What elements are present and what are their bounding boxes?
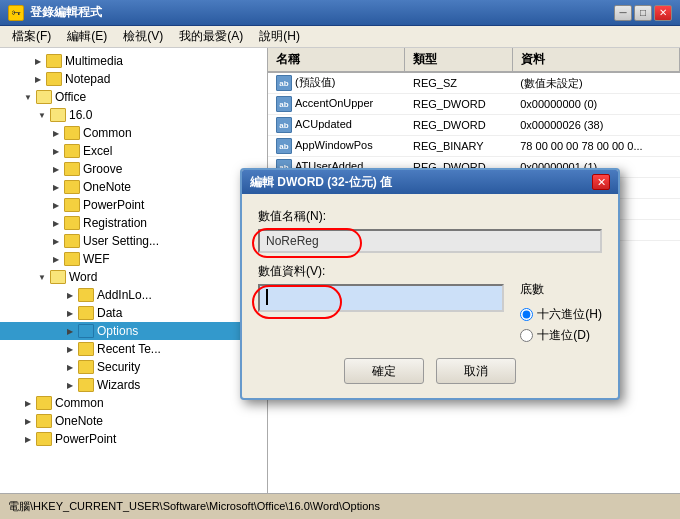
dialog-body: 數值名稱(N): 數值資料(V): 底數 十六進位(H): [242, 194, 618, 398]
radio-hex[interactable]: 十六進位(H): [520, 306, 602, 323]
dialog-edit-dword: 編輯 DWORD (32-位元) 值 ✕ 數值名稱(N): 數值資料(V): 底…: [240, 168, 620, 400]
radio-dec[interactable]: 十進位(D): [520, 327, 602, 344]
text-cursor: [266, 289, 268, 305]
dialog-data-label: 數值資料(V):: [258, 263, 504, 280]
radio-hex-input[interactable]: [520, 308, 533, 321]
dialog-name-label: 數值名稱(N):: [258, 208, 602, 225]
dialog-radios: 底數 十六進位(H) 十進位(D): [520, 263, 602, 344]
radio-hex-label: 十六進位(H): [537, 306, 602, 323]
dialog-value-row: 數值資料(V): 底數 十六進位(H) 十進位(D): [258, 263, 602, 344]
dialog-confirm-button[interactable]: 確定: [344, 358, 424, 384]
dialog-value-group: 數值資料(V):: [258, 263, 504, 344]
dialog-title: 編輯 DWORD (32-位元) 值: [250, 174, 392, 191]
dialog-overlay: 編輯 DWORD (32-位元) 值 ✕ 數值名稱(N): 數值資料(V): 底…: [0, 0, 680, 519]
dialog-title-bar: 編輯 DWORD (32-位元) 值 ✕: [242, 170, 618, 194]
dialog-data-input[interactable]: [258, 284, 504, 312]
value-input-wrap: [258, 284, 504, 312]
base-label: 底數: [520, 281, 602, 298]
radio-dec-input[interactable]: [520, 329, 533, 342]
dialog-cancel-button[interactable]: 取消: [436, 358, 516, 384]
dialog-close-button[interactable]: ✕: [592, 174, 610, 190]
radio-dec-label: 十進位(D): [537, 327, 590, 344]
dialog-name-input[interactable]: [258, 229, 602, 253]
dialog-buttons: 確定 取消: [258, 358, 602, 384]
